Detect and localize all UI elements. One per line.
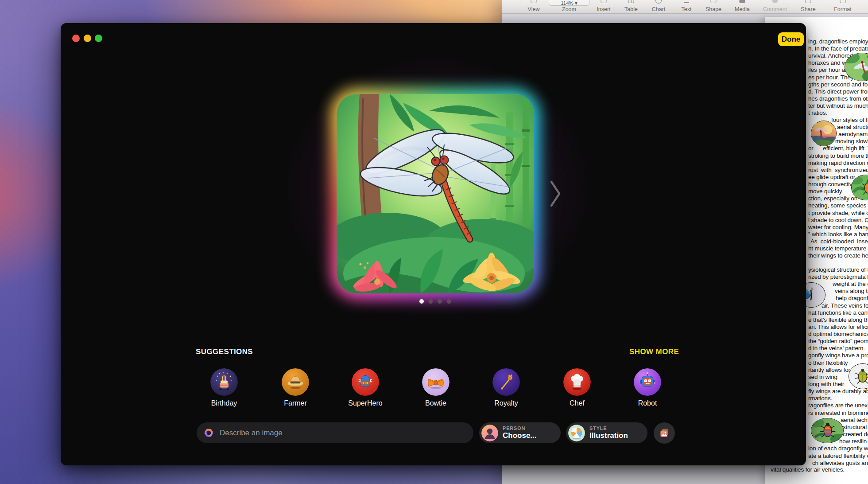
suggestion-chef[interactable]: Chef [563,368,591,396]
insert-tool-icon [601,0,607,3]
zoom-window-button[interactable] [95,35,102,42]
toolbar-item-label: View [515,6,552,12]
suggestion-label: SuperHero [337,399,394,407]
suggestion-label: Farmer [267,399,324,407]
toolbar-item-share[interactable]: Share [790,0,827,14]
toolbar-item-zoom[interactable]: 114% ▾Zoom [550,0,588,14]
toolbar-item-view[interactable]: View [515,0,552,14]
style-picker-button[interactable]: STYLE Illustration [566,422,647,443]
document-text-line: d optimal biomechanics [808,331,868,337]
suggestion-bowtie[interactable]: Bowtie [422,368,450,396]
document-text-line: d. This direct power from [808,88,868,95]
pages-toolbar: View114% ▾ZoomInsertTableChartTextShapeM… [502,0,868,14]
document-text-line: ee glide updraft or [808,174,855,180]
document-text-line: created det [843,431,868,437]
document-text-line: t provide shade, while ot [808,210,868,216]
document-text-line: veins along the lead [835,288,868,294]
chart-tool-icon [655,0,662,4]
media-tool-icon [740,0,745,3]
suggestion-royalty[interactable]: Royalty [492,368,520,396]
sunset-dragonfly-oval-image [811,121,837,146]
suggestion-superhero[interactable]: SuperHero [352,368,379,396]
document-text-line: aerial techno [841,417,868,423]
dragonfly-jungle-illustration [337,94,534,293]
document-text-line: e that's flexible along the [808,316,868,323]
document-text-line: urvival. Anchored [808,52,853,59]
document-text-line: heating, some species als [808,202,868,209]
document-text-line: rust with synchronized [808,167,868,173]
toolbar-item-label: Media [724,6,761,12]
toolbar-item-document[interactable]: Document [862,0,868,14]
document-text-line: hat functions like a cantile [808,309,868,316]
birthday-cake-icon [210,368,238,396]
carousel-next-chevron-icon[interactable] [550,180,561,208]
image-playground-window: Done [61,23,806,465]
minimize-window-button[interactable] [84,35,91,42]
zoom-level-control[interactable]: 114% ▾ [549,0,589,6]
text-tool-icon [684,2,689,3]
document-text-line: ht muscle temperature w [808,245,868,252]
document-text-line: four styles of flig [831,117,868,123]
carousel-dot-3[interactable] [438,299,442,304]
document-text-line: ragonflies are the unexpec [808,402,868,409]
view-tool-icon [531,0,537,3]
toolbar-item-media[interactable]: Media [724,0,761,14]
document-text-line: rtantly allows for [808,367,850,373]
done-button[interactable]: Done [778,32,804,46]
show-more-button[interactable]: SHOW MORE [629,347,679,356]
document-text-line: ysiological structure of th [808,266,868,273]
document-text-line: h. In the face of predators [808,45,868,52]
document-text-line: hrough convective [808,181,856,187]
document-text-line: an. This allows for efficien [808,324,868,330]
carousel-dot-2[interactable] [429,299,433,304]
document-text-line: vital qualities for air vehicles. [771,466,845,473]
close-window-button[interactable] [72,35,80,42]
photo-picker-button[interactable] [654,422,675,444]
document-text-line: weight at the edges [833,281,868,287]
document-text-line: fly wings are durably able [808,388,868,394]
suggestion-label: Birthday [195,399,253,407]
suggestion-label: Robot [619,399,676,407]
carousel-dot-1[interactable] [419,299,424,304]
prompt-placeholder: Describe an image [220,429,283,437]
photo-picker-icon [659,427,670,439]
document-text-line: sed in wing [808,374,837,380]
document-text-line: aerial structure [837,124,868,130]
carousel-dot-4[interactable] [447,299,451,304]
suggestion-farmer[interactable]: Farmer [282,368,309,396]
document-text-line: gths per second and forw [808,81,868,88]
document-text-line: ate a tailored flexibility co [808,453,868,459]
robot-icon [634,368,661,396]
document-text-line: their wings to create hea [808,252,868,259]
carousel-dots [419,299,451,304]
document-text-line: aerodynamic e [838,131,868,137]
toolbar-item-label: Share [790,6,827,12]
person-picker-button[interactable]: PERSON Choose... [479,422,561,443]
toolbar-item-format[interactable]: Format [824,0,861,14]
document-text-line: hes dragonflies from othe [808,95,868,102]
straw-hat-icon [282,368,309,396]
suggestion-label: Chef [548,399,606,407]
document-text-line: ing, dragonflies employ m [808,38,868,45]
shape-tool-icon [711,0,717,3]
rainbow-beetle-oval-image [811,418,844,443]
document-text-line: ter but without as much [808,102,868,109]
comment-tool-icon [772,0,778,3]
suggestion-label: Royalty [477,399,535,407]
document-text-line: es per hour. They [808,74,853,81]
toolbar-item-label: Comment [756,6,794,12]
person-avatar-icon [481,425,498,441]
document-text-line: long with their [808,381,844,387]
document-text-line: o their flexibility [808,359,848,366]
suggestion-robot[interactable]: Robot [634,368,661,396]
document-text-line: moving slowly, [835,138,868,144]
generated-image-card[interactable] [337,94,534,293]
person-value: Choose... [503,432,537,440]
toolbar-item-comment[interactable]: Comment [756,0,794,14]
document-text-line: making rapid direction cha [808,160,868,166]
prompt-input[interactable]: Describe an image [197,422,473,443]
document-text-line: ch alleviates gusts and mi [812,460,868,466]
document-text-line: structural a [843,424,868,430]
person-kicker-label: PERSON [503,426,537,431]
suggestion-birthday[interactable]: Birthday [210,368,238,396]
